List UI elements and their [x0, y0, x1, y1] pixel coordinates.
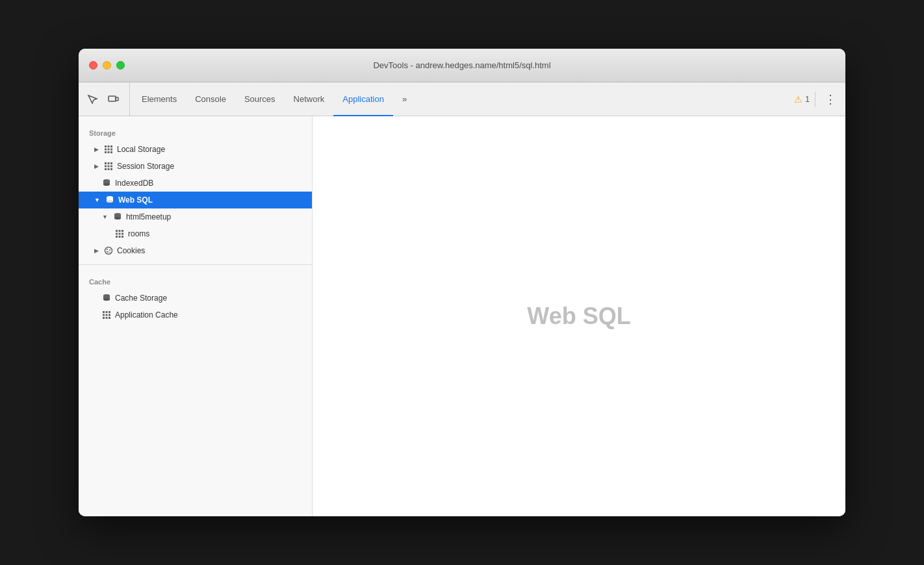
tab-bar-right: ⚠ 1 ⋮ [794, 82, 840, 116]
svg-rect-0 [109, 96, 116, 101]
grid-icon [115, 229, 124, 238]
svg-rect-6 [108, 149, 110, 151]
cylinder-icon [102, 179, 111, 188]
warning-badge[interactable]: ⚠ 1 [794, 94, 810, 105]
svg-rect-48 [106, 311, 108, 313]
web-sql-label: Web SQL [118, 195, 153, 205]
svg-rect-13 [110, 162, 112, 164]
svg-rect-37 [122, 236, 123, 238]
svg-rect-7 [110, 149, 112, 151]
svg-rect-29 [116, 230, 118, 232]
svg-rect-18 [108, 168, 110, 170]
svg-point-22 [103, 183, 110, 186]
rooms-label: rooms [128, 229, 149, 238]
svg-point-43 [107, 251, 108, 253]
svg-point-46 [103, 298, 110, 301]
svg-rect-4 [110, 145, 112, 147]
svg-rect-34 [122, 233, 123, 235]
svg-rect-16 [110, 166, 112, 168]
kebab-menu-icon[interactable]: ⋮ [821, 90, 840, 109]
grid-icon [104, 145, 113, 154]
svg-point-41 [107, 251, 109, 253]
svg-rect-2 [105, 145, 107, 147]
svg-rect-33 [119, 233, 121, 235]
divider [815, 92, 815, 107]
svg-rect-12 [108, 162, 110, 164]
application-cache-label: Application Cache [115, 310, 178, 320]
svg-point-40 [109, 249, 110, 251]
close-button[interactable] [89, 61, 97, 69]
sidebar-item-rooms[interactable]: rooms [79, 225, 312, 242]
chevron-right-icon: ▶ [94, 146, 99, 153]
svg-rect-15 [108, 166, 110, 168]
svg-point-28 [114, 217, 121, 220]
traffic-lights [89, 61, 125, 69]
svg-rect-53 [103, 317, 105, 319]
main-panel: Web SQL [313, 116, 845, 516]
device-toggle-icon[interactable] [105, 91, 122, 108]
window-title: DevTools - andrew.hedges.name/html5/sql.… [373, 60, 550, 70]
sidebar-item-session-storage[interactable]: ▶ Session Storage [79, 158, 312, 175]
warning-icon: ⚠ [794, 94, 802, 105]
grid-icon [102, 310, 111, 320]
tab-bar: Elements Console Sources Network Applica… [79, 82, 845, 116]
svg-rect-55 [109, 317, 110, 319]
sidebar-item-cache-storage[interactable]: Cache Storage [79, 290, 312, 307]
indexeddb-label: IndexedDB [115, 179, 153, 188]
cache-section-label: Cache [79, 270, 312, 290]
cylinder-icon [113, 212, 122, 221]
cylinder-icon [102, 294, 111, 303]
cookies-label: Cookies [117, 246, 145, 255]
svg-rect-36 [119, 236, 121, 238]
svg-rect-50 [103, 314, 105, 316]
tab-more[interactable]: » [393, 83, 416, 116]
svg-rect-49 [109, 311, 110, 313]
html5meetup-label: html5meetup [126, 212, 171, 221]
cylinder-icon [105, 195, 114, 205]
sidebar-item-cookies[interactable]: ▶ Cookies [79, 242, 312, 259]
svg-rect-47 [103, 311, 105, 313]
sidebar-divider [79, 264, 312, 265]
svg-rect-14 [105, 166, 107, 168]
chevron-right-icon: ▶ [94, 247, 99, 254]
sidebar-item-html5meetup[interactable]: ▼ html5meetup [79, 208, 312, 225]
sidebar: Storage ▶ Lo [79, 116, 313, 516]
svg-rect-35 [116, 236, 118, 238]
minimize-button[interactable] [103, 61, 111, 69]
svg-rect-32 [116, 233, 118, 235]
tab-application[interactable]: Application [333, 83, 393, 116]
inspector-icon[interactable] [84, 91, 101, 108]
tab-elements[interactable]: Elements [133, 83, 186, 116]
sidebar-item-application-cache[interactable]: Application Cache [79, 307, 312, 323]
tab-console[interactable]: Console [186, 83, 235, 116]
svg-rect-52 [109, 314, 110, 316]
chevron-down-icon: ▼ [102, 214, 108, 220]
sidebar-item-indexeddb[interactable]: IndexedDB [79, 175, 312, 192]
local-storage-label: Local Storage [117, 145, 165, 154]
maximize-button[interactable] [116, 61, 125, 69]
svg-rect-9 [108, 151, 110, 153]
session-storage-label: Session Storage [117, 162, 174, 171]
main-content: Storage ▶ Lo [79, 116, 845, 516]
svg-rect-1 [116, 97, 118, 101]
sidebar-item-local-storage[interactable]: ▶ Local Storage [79, 141, 312, 158]
sidebar-item-web-sql[interactable]: ▼ Web SQL [79, 192, 312, 208]
grid-icon [104, 162, 113, 171]
devtools-window: DevTools - andrew.hedges.name/html5/sql.… [79, 49, 845, 516]
cookie-icon [104, 246, 113, 255]
cache-storage-label: Cache Storage [115, 294, 167, 303]
svg-point-42 [109, 252, 110, 253]
svg-rect-30 [119, 230, 121, 232]
svg-point-38 [105, 247, 112, 255]
chevron-right-icon: ▶ [94, 163, 99, 170]
svg-rect-10 [110, 151, 112, 153]
main-panel-placeholder: Web SQL [527, 303, 630, 330]
tab-network[interactable]: Network [285, 83, 334, 116]
title-bar: DevTools - andrew.hedges.name/html5/sql.… [79, 49, 845, 82]
svg-rect-54 [106, 317, 108, 319]
tab-sources[interactable]: Sources [235, 83, 285, 116]
storage-section-label: Storage [79, 121, 312, 141]
svg-rect-11 [105, 162, 107, 164]
svg-rect-3 [108, 145, 110, 147]
svg-rect-17 [105, 168, 107, 170]
